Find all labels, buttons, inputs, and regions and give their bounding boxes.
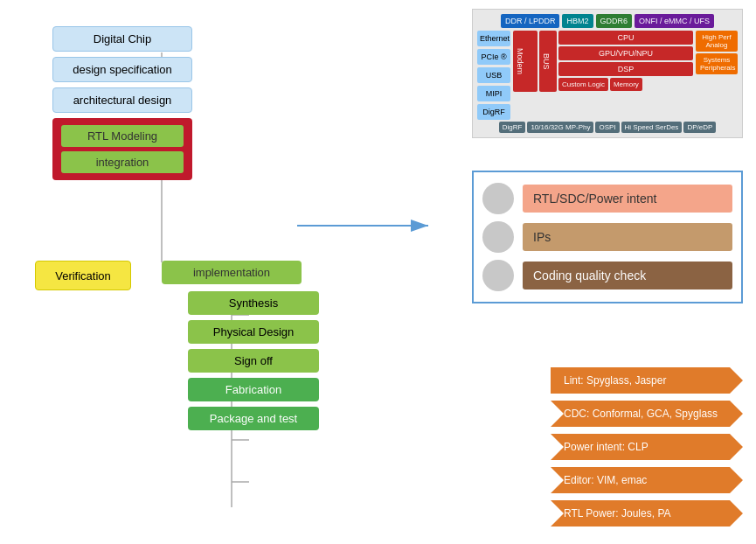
soc-gddr6: GDDR6 — [596, 14, 633, 28]
soc-mpphy: 10/16/32G MP-Phy — [527, 122, 593, 133]
soc-bus: BUS — [539, 31, 557, 92]
soc-left-labels: Ethernet PCIe ® USB MIPI DigRF — [477, 31, 510, 120]
soc-digrf: DigRF — [477, 104, 510, 120]
left-flow: Digital Chip design specification archit… — [52, 26, 192, 180]
rtl-circle-1 — [482, 183, 514, 214]
rtl-circle-3 — [482, 260, 514, 291]
rtl-item3: Coding quality check — [523, 262, 732, 289]
implementation-steps: Synthesis Physical Design Sign off Fabri… — [188, 291, 319, 430]
integration-box: integration — [61, 151, 184, 173]
soc-usb: USB — [477, 67, 510, 83]
soc-center: Modem BUS CPU GPU/VPU/NPU DSP Custom Log… — [513, 31, 693, 120]
fabrication-box: Fabrication — [188, 378, 319, 401]
soc-hbm2: HBM2 — [562, 14, 593, 28]
soc-main-grid: Ethernet PCIe ® USB MIPI DigRF Modem BUS… — [477, 31, 738, 120]
arrow-lint: Lint: Spyglass, Jasper — [551, 367, 743, 394]
soc-ospi: OSPI — [595, 122, 619, 133]
rtl-row-2: IPs — [482, 221, 732, 253]
soc-right-side: High Perf Analog Systems Peripherals — [696, 31, 738, 120]
arch-design-box: architectural design — [52, 87, 192, 113]
rtl-row-3: Coding quality check — [482, 260, 732, 291]
signoff-box: Sign off — [188, 349, 319, 373]
soc-ethernet: Ethernet — [477, 31, 510, 46]
arrow-cdc: CDC: Conformal, GCA, Spyglass — [551, 401, 743, 427]
soc-highperf: High Perf Analog — [696, 31, 738, 52]
rtl-circle-2 — [482, 221, 514, 253]
arrow-editor: Editor: VIM, emac — [551, 467, 743, 493]
soc-dp: DP/eDP — [683, 122, 716, 133]
soc-bottom-chips: Custom Logic Memory — [558, 78, 693, 91]
arrow-power-intent: Power intent: CLP — [551, 434, 743, 460]
rtl-item1: RTL/SDC/Power intent — [523, 185, 732, 213]
rtl-item2: IPs — [523, 223, 732, 251]
soc-systems: Systems Peripherals — [696, 53, 738, 74]
soc-modem: Modem — [513, 31, 538, 92]
soc-dsp: DSP — [558, 62, 693, 76]
verification-box: Verification — [35, 261, 131, 290]
soc-ddr: DDR / LPDDR — [501, 14, 560, 28]
soc-onfi: ONFI / eMMC / UFS — [635, 14, 714, 28]
soc-pcie: PCIe ® — [477, 49, 510, 65]
soc-diagram: DDR / LPDDR HBM2 GDDR6 ONFI / eMMC / UFS… — [472, 9, 743, 138]
rtl-panel: RTL/SDC/Power intent IPs Coding quality … — [472, 171, 743, 303]
arrow-rtl-power: RTL Power: Joules, PA — [551, 500, 743, 527]
physical-design-box: Physical Design — [188, 320, 319, 344]
soc-bottom-row: DigRF 10/16/32G MP-Phy OSPI Hi Speed Ser… — [477, 122, 738, 133]
soc-cpu-row: Modem BUS CPU GPU/VPU/NPU DSP Custom Log… — [513, 31, 693, 92]
soc-hispeed: Hi Speed SerDes — [621, 122, 683, 133]
soc-right-stack: CPU GPU/VPU/NPU DSP Custom Logic Memory — [558, 31, 693, 92]
implementation-header: implementation — [162, 261, 302, 284]
soc-mipi: MIPI — [477, 86, 510, 101]
rtl-modeling-box: RTL Modeling — [61, 125, 184, 147]
rtl-outer-box: RTL Modeling integration — [52, 118, 192, 180]
soc-digrf2: DigRF — [499, 122, 526, 133]
soc-memory: Memory — [610, 78, 642, 91]
digital-chip-box: Digital Chip — [52, 26, 192, 52]
soc-top-row: DDR / LPDDR HBM2 GDDR6 ONFI / eMMC / UFS — [477, 14, 738, 28]
soc-cpu: CPU — [558, 31, 693, 45]
arrows-column: Lint: Spyglass, Jasper CDC: Conformal, G… — [551, 367, 743, 527]
soc-gpu: GPU/VPU/NPU — [558, 46, 693, 60]
soc-custom: Custom Logic — [558, 78, 608, 91]
synthesis-box: Synthesis — [188, 291, 319, 315]
design-spec-box: design specification — [52, 57, 192, 82]
rtl-row-1: RTL/SDC/Power intent — [482, 183, 732, 214]
package-test-box: Package and test — [188, 407, 319, 430]
